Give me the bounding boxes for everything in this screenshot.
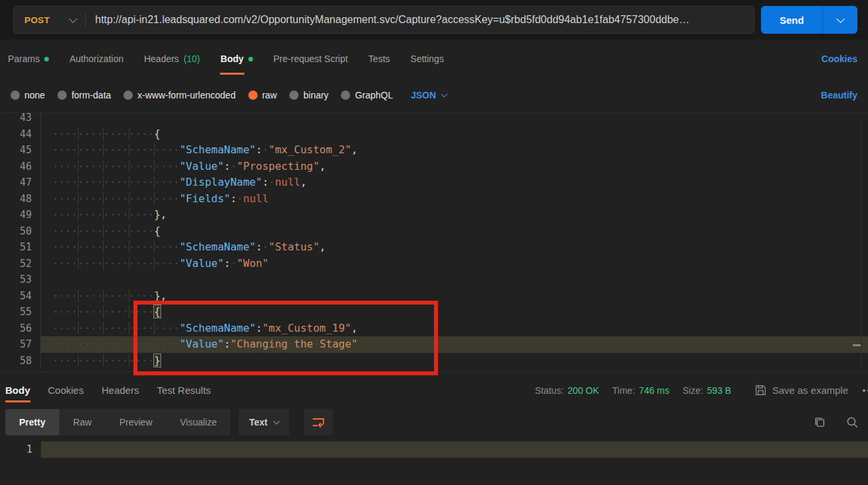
size-value: 593 B: [707, 385, 731, 396]
wrap-lines-button[interactable]: [304, 409, 333, 435]
code-text: ····················"Value":·"Won": [41, 256, 868, 272]
tab-headers[interactable]: Headers (10): [144, 54, 200, 64]
code-line-45[interactable]: 45····················"SchemaName":·"mx_…: [0, 142, 868, 159]
green-dot-indicator: [248, 57, 253, 61]
response-tab-test-results-label: Test Results: [157, 385, 211, 396]
response-line[interactable]: 1: [0, 441, 868, 458]
response-tab-body[interactable]: Body: [5, 385, 30, 396]
code-line-55[interactable]: 55················{: [0, 304, 868, 320]
radio-icon: [57, 91, 67, 100]
search-button[interactable]: [846, 416, 859, 429]
code-line-57[interactable]: 57····················"Value":"Changing·…: [0, 336, 868, 353]
copy-button[interactable]: [813, 416, 826, 429]
url-input[interactable]: http://api-in21.leadsquared.com/v2/Oppor…: [86, 14, 754, 26]
status-label: Status:: [535, 385, 564, 396]
radio-urlencoded-label: x-www-form-urlencoded: [137, 90, 236, 100]
url-box: POST http://api-in21.leadsquared.com/v2/…: [13, 6, 754, 34]
response-tab-test-results[interactable]: Test Results: [157, 385, 211, 396]
tab-settings[interactable]: Settings: [410, 54, 444, 64]
radio-icon: [124, 91, 133, 100]
response-tab-cookies[interactable]: Cookies: [48, 385, 84, 396]
code-text: ····················"Value":"Changing·th…: [41, 336, 868, 353]
status-value: 200 OK: [567, 385, 598, 396]
tab-params[interactable]: Params: [8, 54, 49, 64]
chevron-down-icon: [441, 91, 448, 97]
save-as-example-label: Save as example: [772, 385, 848, 396]
size-badge: Size: 593 B: [682, 385, 731, 396]
wrap-lines-icon: [312, 416, 325, 428]
code-lines: 4344················{45·················…: [0, 112, 868, 369]
line-number: 49: [0, 207, 41, 223]
code-line-56[interactable]: 56····················"SchemaName":"mx_C…: [0, 320, 868, 337]
chevron-down-icon: [273, 418, 280, 424]
radio-none[interactable]: none: [11, 90, 45, 100]
line-number: 47: [0, 174, 41, 191]
editor-scroll-track[interactable]: [861, 120, 861, 369]
method-selector[interactable]: POST: [14, 7, 85, 33]
code-line-47[interactable]: 47····················"DisplayName":·nul…: [0, 174, 868, 191]
code-text: [41, 272, 868, 288]
tab-body[interactable]: Body: [221, 54, 253, 64]
cookies-link[interactable]: Cookies: [822, 54, 857, 64]
code-line-46[interactable]: 46····················"Value":·"Prospect…: [0, 159, 868, 175]
radio-none-label: none: [24, 90, 45, 100]
view-preview-button[interactable]: Preview: [106, 409, 166, 435]
line-number: 43: [0, 112, 41, 126]
view-raw-button[interactable]: Raw: [59, 409, 106, 435]
code-text: ················{: [41, 304, 868, 320]
postman-app: POST http://api-in21.leadsquared.com/v2/…: [0, 0, 868, 485]
time-value: 746 ms: [639, 385, 669, 396]
code-text: ················{: [41, 126, 868, 143]
response-status-row: Status: 200 OK Time: 746 ms Size: 593 B …: [535, 372, 868, 408]
code-text: ················},: [41, 288, 868, 305]
code-line-54[interactable]: 54················},: [0, 288, 868, 305]
radio-binary-label: binary: [303, 90, 328, 100]
beautify-link[interactable]: Beautify: [821, 90, 857, 100]
code-line-58[interactable]: 58················}: [0, 353, 868, 369]
request-body-editor[interactable]: 4344················{45·················…: [0, 112, 868, 372]
view-pretty-button[interactable]: Pretty: [5, 409, 59, 435]
tab-params-label: Params: [8, 54, 40, 64]
code-line-48[interactable]: 48····················"Fields":·null: [0, 191, 868, 207]
radio-form-data[interactable]: form-data: [57, 90, 111, 100]
code-line-51[interactable]: 51····················"SchemaName":·"Sta…: [0, 239, 868, 256]
line-number: 46: [0, 159, 41, 175]
code-line-44[interactable]: 44················{: [0, 126, 868, 143]
code-line-50[interactable]: 50················{: [0, 223, 868, 240]
response-format-dropdown[interactable]: Text: [238, 409, 289, 435]
view-visualize-button[interactable]: Visualize: [166, 409, 231, 435]
tab-authorization[interactable]: Authorization: [69, 54, 124, 64]
tab-tests[interactable]: Tests: [369, 54, 390, 64]
code-text: ················}: [41, 353, 868, 369]
format-dropdown[interactable]: JSON: [411, 90, 447, 100]
response-current-line-highlight: [41, 441, 868, 458]
response-tab-headers[interactable]: Headers: [102, 385, 139, 396]
more-actions-icon[interactable]: [863, 389, 868, 392]
code-line-49[interactable]: 49················},: [0, 207, 868, 223]
line-number: 58: [0, 353, 41, 369]
tab-tests-label: Tests: [369, 54, 390, 64]
tab-pre-request-script[interactable]: Pre-request Script: [273, 54, 348, 64]
response-body-editor[interactable]: 1: [0, 439, 868, 485]
view-visualize-label: Visualize: [180, 417, 217, 428]
code-line-43[interactable]: 43: [0, 112, 868, 126]
tab-authorization-label: Authorization: [69, 54, 124, 64]
line-number: 50: [0, 223, 41, 240]
response-view-switcher: Pretty Raw Preview Visualize: [5, 409, 231, 435]
line-number: 56: [0, 320, 41, 337]
save-as-example-button[interactable]: Save as example: [755, 385, 848, 396]
time-badge: Time: 746 ms: [612, 385, 669, 396]
code-text: ····················"Value":·"Prospectin…: [41, 159, 868, 175]
radio-graphql[interactable]: GraphQL: [341, 90, 393, 100]
radio-raw[interactable]: raw: [248, 90, 277, 100]
line-number: 53: [0, 272, 41, 288]
code-line-52[interactable]: 52····················"Value":·"Won": [0, 256, 868, 272]
tab-body-label: Body: [221, 54, 244, 64]
send-button[interactable]: Send: [761, 6, 857, 34]
radio-x-www-form-urlencoded[interactable]: x-www-form-urlencoded: [124, 90, 236, 100]
radio-selected-icon: [248, 91, 258, 100]
radio-binary[interactable]: binary: [289, 90, 328, 100]
line-number: 1: [0, 441, 41, 458]
code-line-53[interactable]: 53: [0, 272, 868, 288]
send-options-button[interactable]: [823, 19, 857, 22]
